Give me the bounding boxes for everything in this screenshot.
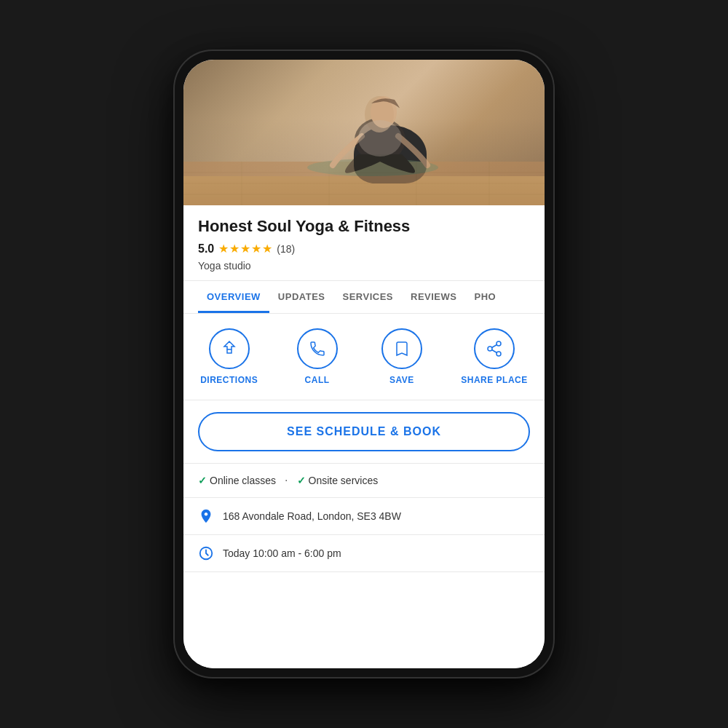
tab-photos[interactable]: PHO [465,281,505,313]
call-button[interactable]: CALL [292,328,343,385]
svg-line-15 [492,350,497,353]
check-icon-onsite: ✓ [297,475,306,486]
directions-icon-circle [209,328,250,369]
bookmark-icon [393,340,411,357]
phone-screen: Honest Soul Yoga & Fitness 5.0 ★ ★ ★ ★ ★… [183,60,545,668]
place-name: Honest Soul Yoga & Fitness [198,217,530,236]
address-text: 168 Avondale Road, London, SE3 4BW [223,510,401,522]
location-icon [198,508,214,524]
star-2: ★ [229,242,240,256]
call-label: CALL [305,375,330,385]
star-3: ★ [240,242,250,256]
star-5: ★ [262,242,272,256]
content-scroll: Honest Soul Yoga & Fitness 5.0 ★ ★ ★ ★ ★… [183,205,545,668]
save-button[interactable]: SAVE [376,328,427,385]
tab-services[interactable]: SERVICES [334,281,403,313]
svg-point-13 [488,347,492,351]
svg-point-12 [496,341,501,346]
online-classes-label: Online classes [210,475,276,486]
place-info: Honest Soul Yoga & Fitness 5.0 ★ ★ ★ ★ ★… [183,205,545,272]
svg-point-14 [496,352,501,356]
directions-label: DIRECTIONS [200,375,258,385]
share-button[interactable]: SHARE PLACE [461,328,528,385]
online-classes-item: ✓ Online classes [198,475,276,486]
clock-icon [198,545,214,561]
star-1: ★ [218,242,229,256]
services-row: ✓ Online classes · ✓ Onsite services [183,464,545,498]
tab-reviews[interactable]: REVIEWS [402,281,465,313]
check-icon-online: ✓ [198,475,207,486]
phone-frame: Honest Soul Yoga & Fitness 5.0 ★ ★ ★ ★ ★… [175,51,553,677]
onsite-services-item: ✓ Onsite services [297,475,379,486]
hero-image [183,60,545,205]
tab-updates[interactable]: UPDATES [269,281,334,313]
save-icon-circle [381,328,422,369]
review-count: (18) [277,243,295,255]
actions-section: DIRECTIONS CALL [183,314,545,400]
share-label: SHARE PLACE [461,375,528,385]
share-icon-circle [474,328,515,369]
svg-point-11 [358,120,402,157]
book-section: SEE SCHEDULE & BOOK [183,400,545,464]
save-label: SAVE [389,375,414,385]
star-4: ★ [251,242,261,256]
rating-row: 5.0 ★ ★ ★ ★ ★ (18) [198,242,530,256]
hours-row[interactable]: Today 10:00 am - 6:00 pm [183,535,545,572]
share-icon [486,340,503,357]
onsite-services-label: Onsite services [309,475,379,486]
place-category: Yoga studio [198,260,530,272]
svg-line-16 [492,345,497,348]
directions-icon [221,340,238,357]
tabs-bar: OVERVIEW UPDATES SERVICES REVIEWS PHO [183,281,545,314]
tab-overview[interactable]: OVERVIEW [198,281,269,313]
directions-button[interactable]: DIRECTIONS [200,328,258,385]
book-button[interactable]: SEE SCHEDULE & BOOK [198,412,530,451]
phone-icon [309,340,326,357]
hours-text: Today 10:00 am - 6:00 pm [223,547,341,559]
separator-dot: · [285,474,288,487]
address-row[interactable]: 168 Avondale Road, London, SE3 4BW [183,498,545,535]
star-rating: ★ ★ ★ ★ ★ [218,242,272,256]
rating-number: 5.0 [198,242,214,256]
call-icon-circle [297,328,338,369]
